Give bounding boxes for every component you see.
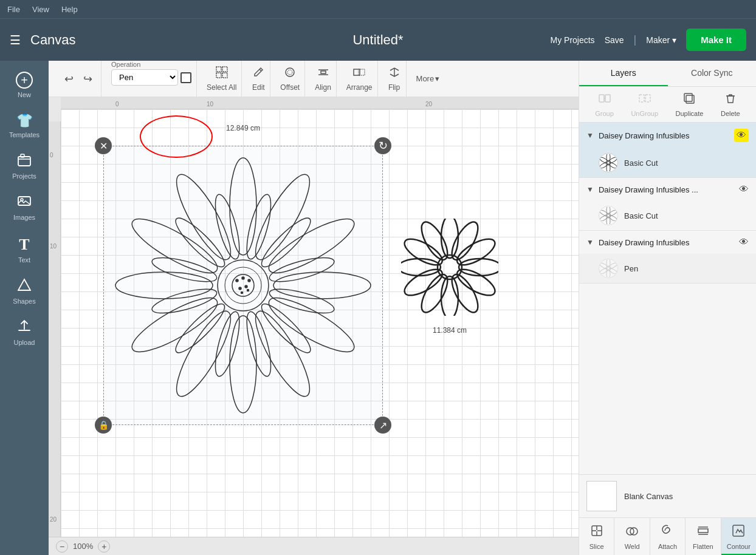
duplicate-button[interactable]: Duplicate [676, 92, 704, 117]
operation-label: Operation [111, 61, 140, 68]
svg-point-25 [115, 272, 213, 299]
svg-point-27 [168, 168, 239, 266]
canvas-grid[interactable]: ✕ ↻ 🔒 ↗ 12.849 cm [61, 109, 579, 537]
sidebar-item-label: Projects [12, 172, 36, 180]
daisy-svg-large [103, 146, 383, 425]
visibility-icon-3[interactable]: 👁 [739, 237, 749, 248]
collapse-arrow-3: ▼ [586, 238, 594, 247]
pen-color-swatch[interactable] [180, 72, 191, 83]
sidebar-item-label: Templates [9, 131, 40, 138]
canvas-scroll[interactable]: 0 10 20 0 10 20 [49, 97, 579, 537]
svg-point-37 [150, 253, 219, 287]
ruler-top: 0 10 20 [61, 97, 579, 109]
align-button[interactable]: Align [315, 66, 331, 92]
blank-canvas-thumbnail [586, 481, 617, 511]
edit-icon [252, 66, 265, 82]
make-it-button[interactable]: Make It [686, 29, 746, 51]
sidebar-item-templates[interactable]: 👕 Templates [2, 107, 47, 145]
svg-rect-66 [645, 95, 650, 102]
ungroup-icon [638, 92, 651, 108]
svg-point-21 [247, 305, 318, 403]
sidebar-item-label: New [18, 91, 31, 98]
operation-select[interactable]: Pen Basic Cut Score [111, 69, 178, 86]
undo-button[interactable]: ↩ [61, 70, 77, 88]
weld-button[interactable]: Weld [614, 518, 650, 555]
operation-select-wrap: Pen Basic Cut Score [111, 69, 191, 86]
machine-selector[interactable]: Maker ▾ [646, 35, 676, 45]
text-icon: T [19, 236, 29, 254]
tab-color-sync[interactable]: Color Sync [668, 61, 757, 86]
zoom-in-button[interactable]: + [98, 540, 110, 553]
slice-button[interactable]: Slice [579, 518, 614, 555]
contour-button[interactable]: Contour [721, 518, 756, 555]
group-button[interactable]: Group [595, 92, 614, 117]
more-chevron-icon: ▾ [435, 74, 439, 83]
sidebar-item-projects[interactable]: Projects [2, 147, 47, 186]
menu-help[interactable]: Help [61, 5, 78, 14]
offset-icon [283, 66, 297, 82]
offset-button[interactable]: Offset [280, 66, 300, 92]
header: ☰ Canvas Untitled* My Projects Save | Ma… [0, 18, 756, 61]
sidebar-item-label: Images [13, 214, 35, 221]
contour-icon [732, 524, 745, 540]
delete-button[interactable]: Delete [721, 92, 740, 117]
flip-button[interactable]: Flip [388, 66, 401, 92]
layer-thumbnail-1 [599, 153, 618, 172]
sidebar-item-text[interactable]: T Text [2, 230, 47, 270]
edit-section: Edit [247, 61, 270, 97]
layer-item-2[interactable]: Basic Cut [579, 201, 756, 230]
svg-point-34 [210, 310, 244, 378]
visibility-icon-2[interactable]: 👁 [739, 184, 749, 195]
more-button[interactable]: More ▾ [416, 74, 440, 83]
duplicate-icon [682, 92, 696, 108]
sidebar-item-upload[interactable]: Upload [2, 313, 47, 352]
menu-file[interactable]: File [7, 5, 20, 14]
dimension-label-small: 11.384 cm [433, 326, 467, 335]
layer-group-header-3[interactable]: ▼ Daisey Drawing Infusibles 👁 [579, 231, 756, 254]
layer-item-1[interactable]: Basic Cut [579, 148, 756, 177]
arrange-button[interactable]: Arrange [346, 66, 373, 92]
chevron-down-icon: ▾ [672, 35, 676, 45]
sidebar-item-images[interactable]: Images [2, 188, 47, 227]
header-right: My Projects Save | Maker ▾ Make It [551, 29, 747, 51]
my-projects-link[interactable]: My Projects [551, 35, 595, 45]
attach-button[interactable]: Attach [650, 518, 686, 555]
redo-button[interactable]: ↪ [80, 70, 96, 88]
shapes-icon [18, 278, 31, 295]
layer-group-header-1[interactable]: ▼ Daisey Drawing Infusibles 👁 [579, 123, 756, 148]
svg-point-47 [239, 287, 241, 290]
select-all-section: Select All [202, 61, 242, 97]
zoom-bar: − 100% + [49, 537, 579, 555]
daisy-large[interactable]: ✕ ↻ 🔒 ↗ 12.849 cm [103, 146, 383, 425]
panel-spacer [579, 284, 756, 474]
svg-rect-67 [686, 95, 694, 103]
visibility-icon-1[interactable]: 👁 [734, 129, 749, 142]
layer-group-name-2: Daisey Drawing Infusibles ... [599, 185, 734, 194]
sidebar-item-new[interactable]: + New [2, 66, 47, 104]
svg-point-39 [210, 192, 244, 261]
edit-button[interactable]: Edit [252, 66, 265, 92]
svg-point-31 [267, 284, 336, 318]
hamburger-icon[interactable]: ☰ [10, 33, 21, 47]
svg-point-53 [459, 259, 498, 276]
left-sidebar: + New 👕 Templates Projects [0, 61, 49, 555]
sidebar-item-shapes[interactable]: Shapes [2, 272, 47, 311]
collapse-arrow-1: ▼ [586, 131, 594, 140]
zoom-out-button[interactable]: − [56, 540, 68, 553]
menu-view[interactable]: View [32, 5, 49, 14]
svg-rect-5 [216, 67, 221, 72]
svg-point-26 [126, 210, 224, 282]
tab-layers[interactable]: Layers [579, 61, 668, 86]
svg-rect-93 [698, 529, 708, 533]
projects-icon [18, 153, 31, 170]
daisy-small[interactable]: 11.384 cm [401, 219, 498, 318]
svg-point-44 [242, 277, 244, 279]
layer-group-header-2[interactable]: ▼ Daisey Drawing Infusibles ... 👁 [579, 178, 756, 201]
select-all-button[interactable]: Select All [207, 66, 236, 92]
layer-item-3[interactable]: Pen [579, 254, 756, 283]
layer-group-3: ▼ Daisey Drawing Infusibles 👁 [579, 231, 756, 284]
flatten-button[interactable]: Flatten [686, 518, 721, 555]
templates-icon: 👕 [16, 113, 33, 129]
ungroup-button[interactable]: UnGroup [631, 92, 658, 117]
save-button[interactable]: Save [605, 35, 624, 45]
